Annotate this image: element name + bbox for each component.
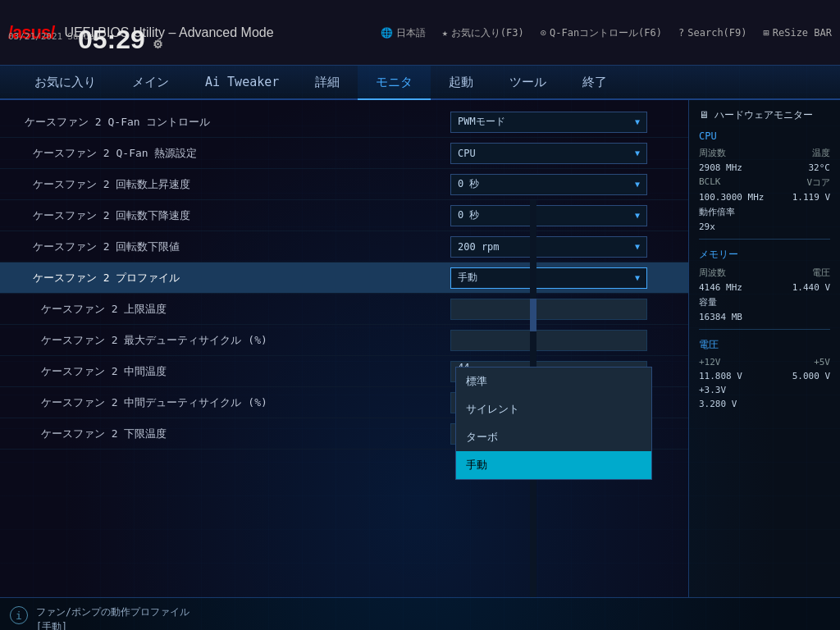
info-panel: i ファン/ポンプの動作プロファイル [手動] CPUの温度が75°Cを超える場…: [0, 597, 840, 630]
nav-item-details[interactable]: 詳細: [297, 66, 358, 100]
value-max-temp: [450, 299, 672, 320]
vcore-label: Vコア: [806, 176, 830, 189]
mem-freq-value: 4146 MHz: [699, 282, 742, 293]
setting-row-heat-source: ケースファン 2 Q-Fan 熱源設定 CPU ▼: [0, 138, 688, 169]
memory-section-title: メモリー: [699, 248, 830, 262]
cpu-freq-temp-values: 2908 MHz 32°C: [699, 162, 830, 173]
dropdown-qfan-control[interactable]: PWMモード ▼: [450, 112, 647, 133]
label-mid-temp: ケースファン 2 中間温度: [41, 364, 450, 379]
mem-volt-value: 1.440 V: [792, 282, 830, 293]
qfan-tool[interactable]: ⊙ Q-Fanコントロール(F6): [541, 26, 662, 40]
bclk-vcore-values: 100.3000 MHz 1.119 V: [699, 192, 830, 203]
label-heat-source: ケースファン 2 Q-Fan 熱源設定: [33, 146, 450, 161]
dropdown-fall-speed[interactable]: 0 秒 ▼: [450, 205, 647, 226]
v12-v5-values: 11.808 V 5.000 V: [699, 371, 830, 381]
right-sidebar: 🖥 ハードウェアモニター CPU 周波数 温度 2908 MHz 32°C BC…: [688, 100, 840, 597]
main-content: ケースファン 2 Q-Fan コントロール PWMモード ▼ ケースファン 2 …: [0, 100, 840, 597]
nav-item-favorites[interactable]: お気に入り: [16, 66, 114, 100]
v5-value: 5.000 V: [792, 371, 830, 381]
setting-row-qfan-control: ケースファン 2 Q-Fan コントロール PWMモード ▼: [0, 107, 688, 138]
date-display: 03/21/2021: [8, 31, 62, 42]
setting-row-rise-speed: ケースファン 2 回転数上昇速度 0 秒 ▼: [0, 169, 688, 200]
option-manual[interactable]: 手動: [456, 451, 651, 479]
search-icon: ?: [678, 27, 684, 39]
fan-icon: ⊙: [541, 27, 546, 39]
cpu-freq-label: 周波数: [699, 147, 726, 159]
resize-bar-tool[interactable]: ⊞ ReSize BAR: [764, 27, 832, 39]
header-tools: 🌐 日本語 ★ お気に入り(F3) ⊙ Q-Fanコントロール(F6) ? Se…: [381, 0, 832, 66]
mem-capacity-label: 容量: [699, 296, 830, 308]
bottom-area: i ファン/ポンプの動作プロファイル [手動] CPUの温度が75°Cを超える場…: [0, 597, 840, 630]
nav-item-tools[interactable]: ツール: [491, 66, 564, 100]
label-min-temp: ケースファン 2 下限温度: [41, 427, 450, 441]
dropdown-arrow-2: ▼: [635, 148, 640, 158]
dropdown-profile[interactable]: 手動 ▼: [450, 267, 647, 289]
v33-label: +3.3V: [699, 385, 830, 395]
mem-freq-label: 周波数: [699, 267, 726, 279]
voltage-section-title: 電圧: [699, 338, 830, 352]
option-silent[interactable]: サイレント: [456, 395, 651, 423]
profile-dropdown-menu: 標準 サイレント ターボ 手動: [455, 367, 652, 480]
mem-freq-volt-header: 周波数 電圧: [699, 267, 830, 279]
dropdown-rise-speed[interactable]: 0 秒 ▼: [450, 174, 647, 195]
cpu-temp-value: 32°C: [809, 162, 831, 173]
language-tool[interactable]: 🌐 日本語: [381, 26, 426, 40]
nav-bar: お気に入り メイン Ai Tweaker 詳細 モニタ 起動 ツール 終了: [0, 66, 840, 100]
nav-item-main[interactable]: メイン: [114, 66, 187, 100]
value-qfan-control: PWMモード ▼: [450, 112, 672, 133]
setting-row-min-rpm: ケースファン 2 回転数下限値 200 rpm ▼: [0, 231, 688, 262]
value-heat-source: CPU ▼: [450, 143, 672, 164]
scrollbar-thumb[interactable]: [530, 299, 536, 331]
bclk-vcore-header: BCLK Vコア: [699, 176, 830, 189]
info-icon: i: [10, 606, 28, 624]
input-max-temp[interactable]: [450, 299, 647, 320]
dropdown-arrow-3: ▼: [635, 180, 640, 189]
monitor-icon: 🖥: [699, 109, 709, 121]
bclk-label: BCLK: [699, 176, 721, 189]
time-display: 05:29 ⚙: [78, 25, 163, 55]
nav-item-ai-tweaker[interactable]: Ai Tweaker: [187, 66, 297, 100]
vcore-value: 1.119 V: [792, 192, 830, 203]
star-icon: ★: [442, 27, 448, 39]
mem-freq-volt-values: 4146 MHz 1.440 V: [699, 282, 830, 293]
cpu-multiplier-label: 動作倍率: [699, 206, 830, 218]
resize-icon: ⊞: [764, 27, 769, 39]
gear-icon[interactable]: ⚙: [153, 38, 163, 51]
value-max-duty: [450, 330, 672, 351]
cpu-freq-temp-header: 周波数 温度: [699, 147, 830, 159]
favorites-tool[interactable]: ★ お気に入り(F3): [442, 26, 524, 40]
dropdown-arrow: ▼: [635, 117, 640, 126]
cpu-freq-value: 2908 MHz: [699, 162, 742, 173]
setting-row-max-temp: ケースファン 2 上限温度: [0, 294, 688, 325]
option-turbo[interactable]: ターボ: [456, 423, 651, 451]
dropdown-heat-source[interactable]: CPU ▼: [450, 143, 647, 164]
value-min-rpm: 200 rpm ▼: [450, 236, 672, 258]
v5-label: +5V: [814, 357, 830, 368]
nav-item-monitor[interactable]: モニタ: [358, 66, 431, 100]
label-profile: ケースファン 2 プロファイル: [33, 271, 450, 285]
nav-item-exit[interactable]: 終了: [564, 66, 625, 100]
v12-v5-header: +12V +5V: [699, 357, 830, 368]
search-tool[interactable]: ? Search(F9): [678, 27, 746, 39]
cpu-temp-label: 温度: [812, 147, 830, 159]
setting-row-max-duty: ケースファン 2 最大デューティサイクル (%): [0, 325, 688, 356]
value-rise-speed: 0 秒 ▼: [450, 174, 672, 195]
v33-value: 3.280 V: [699, 399, 830, 409]
mem-volt-label: 電圧: [812, 267, 830, 279]
input-max-duty[interactable]: [450, 330, 647, 351]
option-standard[interactable]: 標準: [456, 368, 651, 395]
label-fall-speed: ケースファン 2 回転数下降速度: [33, 208, 450, 223]
dropdown-arrow-4: ▼: [635, 211, 640, 220]
value-fall-speed: 0 秒 ▼: [450, 205, 672, 226]
value-profile: 手動 ▼: [450, 267, 672, 289]
label-max-duty: ケースファン 2 最大デューティサイクル (%): [41, 333, 450, 348]
setting-row-fall-speed: ケースファン 2 回転数下降速度 0 秒 ▼: [0, 200, 688, 231]
cpu-divider: [699, 239, 830, 240]
dropdown-arrow-6: ▼: [635, 273, 640, 282]
dropdown-min-rpm[interactable]: 200 rpm ▼: [450, 236, 647, 258]
setting-row-profile: ケースファン 2 プロファイル 手動 ▼: [0, 262, 688, 294]
nav-item-boot[interactable]: 起動: [431, 66, 491, 100]
mem-capacity-value: 16384 MB: [699, 312, 830, 322]
cpu-section-title: CPU: [699, 130, 830, 142]
sidebar-title: 🖥 ハードウェアモニター: [699, 108, 830, 122]
